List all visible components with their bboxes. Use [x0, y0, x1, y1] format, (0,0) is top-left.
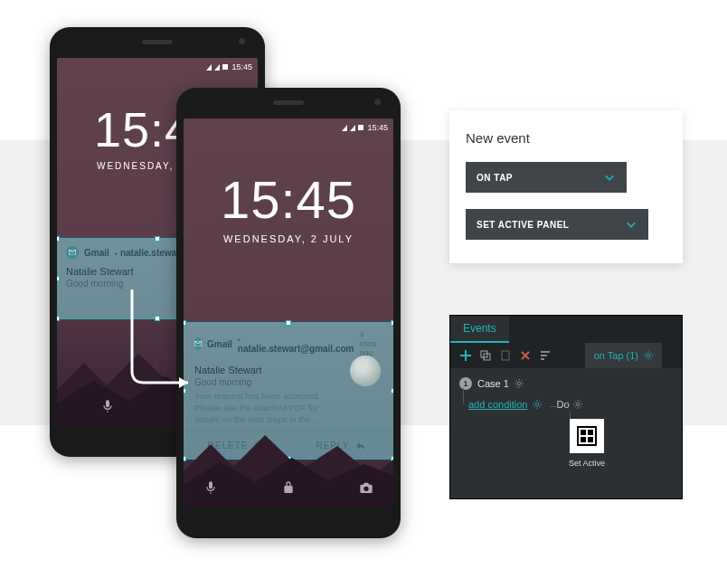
phone-earpiece: [142, 40, 173, 44]
action-node[interactable]: Set Active: [564, 419, 609, 468]
action-select[interactable]: SET ACTIVE PANEL: [466, 209, 648, 240]
wifi-icon: [214, 64, 220, 71]
selection-handle[interactable]: [57, 276, 60, 281]
wallpaper-mountains: [184, 426, 393, 507]
panel-title: New event: [466, 130, 666, 146]
mail-icon: [194, 337, 202, 350]
signal-icon: [206, 64, 212, 71]
notif-header: Gmail - natalie.stewart@gmail.com 4 mins…: [194, 330, 382, 357]
close-icon: [520, 350, 531, 361]
status-time: 15:45: [231, 62, 252, 71]
svg-point-6: [576, 403, 579, 405]
paste-button[interactable]: [497, 347, 514, 364]
status-icons: [342, 125, 364, 131]
selection-handle[interactable]: [57, 316, 60, 321]
lock-icon[interactable]: [281, 480, 296, 495]
do-label: Do: [556, 399, 581, 410]
status-icons: [206, 64, 228, 71]
case-row[interactable]: 1 Case 1: [459, 377, 673, 390]
add-button[interactable]: [458, 347, 474, 364]
sort-button[interactable]: [537, 347, 553, 364]
camera-icon[interactable]: [359, 480, 373, 495]
phone-camera: [374, 99, 381, 105]
status-bar: 15:45: [57, 58, 258, 76]
set-active-panel-icon: [570, 419, 604, 453]
chevron-down-icon: [603, 171, 616, 184]
action-node-label: Set Active: [564, 459, 609, 468]
tab-events[interactable]: Events: [450, 316, 509, 343]
delete-button[interactable]: [517, 347, 533, 364]
action-label: SET ACTIVE PANEL: [477, 220, 569, 230]
trigger-select[interactable]: ON TAP: [466, 162, 627, 193]
sort-icon: [539, 349, 552, 362]
lockscreen-clock: 15:45 WEDNESDAY, 2 JULY: [184, 169, 393, 244]
selection-handle[interactable]: [391, 388, 393, 394]
notif-app: Gmail: [84, 248, 109, 258]
svg-rect-2: [502, 351, 509, 360]
copy-icon: [479, 349, 492, 362]
copy-button[interactable]: [477, 347, 494, 364]
lockscreen-shortcuts: [184, 480, 393, 495]
trigger-label: ON TAP: [477, 173, 513, 183]
selection-handle[interactable]: [184, 388, 186, 394]
phone-mockup-expanded: 15:45 15:45 WEDNESDAY, 2 JULY Gmail - na…: [176, 88, 401, 538]
selection-handle[interactable]: [155, 236, 160, 242]
new-event-panel: New event ON TAP SET ACTIVE PANEL: [449, 110, 683, 263]
tree-line: [550, 406, 561, 407]
notif-body: Your request has been accepted. Please s…: [194, 391, 382, 425]
case-badge: 1: [459, 377, 472, 390]
clock-time: 15:45: [184, 169, 393, 230]
signal-icon: [342, 125, 347, 131]
selection-handle[interactable]: [286, 320, 291, 326]
mic-icon[interactable]: [203, 480, 218, 495]
chevron-down-icon[interactable]: [383, 340, 387, 347]
phone-screen: 15:45 15:45 WEDNESDAY, 2 JULY Gmail - na…: [184, 119, 393, 507]
chevron-down-icon: [625, 218, 637, 231]
tree-line: [463, 388, 464, 404]
notif-meta: 4 mins ago: [359, 330, 387, 357]
gear-icon[interactable]: [533, 400, 542, 409]
status-bar: 15:45: [184, 119, 393, 137]
phone-camera: [239, 38, 245, 44]
gear-icon[interactable]: [573, 400, 582, 409]
svg-point-4: [517, 382, 520, 384]
notif-app: Gmail: [207, 339, 232, 349]
phone-earpiece: [273, 100, 304, 105]
editor-tabs: Events: [450, 316, 682, 343]
editor-toolbar: on Tap (1): [450, 343, 682, 368]
mail-icon: [66, 246, 79, 259]
battery-icon: [222, 64, 228, 70]
plus-icon: [459, 349, 472, 362]
case-label: Case 1: [477, 378, 509, 389]
subtab-label: on Tap (1): [594, 350, 638, 361]
editor-body: 1 Case 1 add condition Do Set Active: [450, 368, 682, 498]
selection-handle[interactable]: [184, 320, 186, 326]
wifi-icon: [350, 125, 355, 131]
gear-icon[interactable]: [644, 351, 653, 360]
notif-from: - natalie.stewart@gmail.com: [238, 334, 354, 354]
mic-icon[interactable]: [100, 399, 115, 413]
selection-handle[interactable]: [155, 316, 160, 321]
gear-icon[interactable]: [515, 379, 524, 388]
battery-icon: [358, 125, 364, 130]
add-condition-link[interactable]: add condition: [468, 399, 527, 410]
avatar: [350, 356, 381, 386]
subtab-on-tap[interactable]: on Tap (1): [585, 343, 662, 368]
selection-handle[interactable]: [57, 236, 60, 242]
events-editor-panel: Events on Tap (1): [449, 315, 683, 499]
svg-point-5: [536, 403, 539, 405]
status-time: 15:45: [367, 123, 388, 132]
selection-handle[interactable]: [391, 320, 393, 326]
paste-icon: [499, 349, 512, 362]
svg-point-3: [647, 354, 649, 356]
clock-date: WEDNESDAY, 2 JULY: [184, 233, 393, 244]
